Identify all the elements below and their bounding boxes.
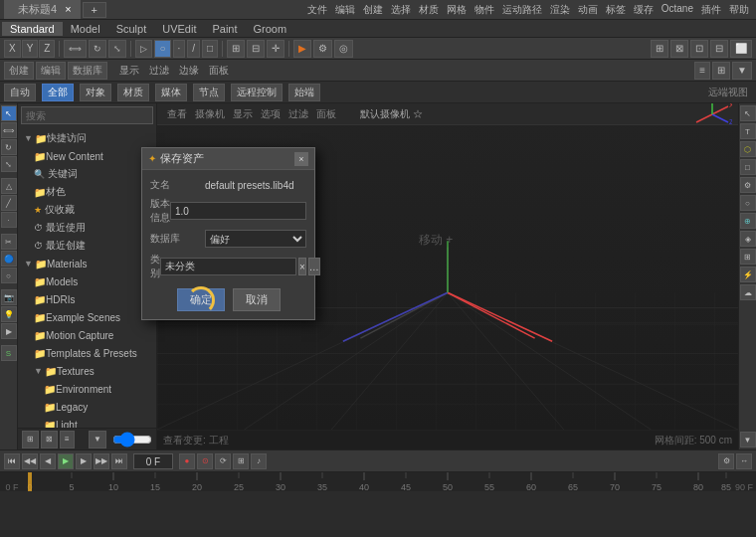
- object-mode[interactable]: ○: [154, 40, 170, 58]
- rp-btn7[interactable]: ⊕: [740, 213, 756, 229]
- panel-icon1[interactable]: ⊞: [22, 431, 39, 448]
- tree-recent-use[interactable]: ⏱ 最近使用: [20, 219, 154, 237]
- menu-item-material[interactable]: 材质: [416, 3, 442, 17]
- tree-environment[interactable]: 📁 Environment: [20, 380, 154, 398]
- tab-groom[interactable]: Groom: [246, 22, 295, 36]
- tb2-icon2[interactable]: ⊞: [712, 62, 730, 80]
- tl-sound[interactable]: ♪: [251, 453, 267, 469]
- lt-light[interactable]: 💡: [1, 306, 17, 322]
- tb2-display[interactable]: 过滤: [145, 63, 173, 79]
- nodes-tab[interactable]: 节点: [193, 84, 225, 101]
- tl-prev[interactable]: ◀: [40, 453, 56, 469]
- modal-category-browse[interactable]: …: [308, 258, 320, 275]
- modal-category-clear[interactable]: ×: [298, 258, 306, 275]
- fullscreen-btn[interactable]: ⬜: [730, 40, 752, 58]
- auto-tab[interactable]: 自动: [4, 84, 36, 101]
- tab-uvedit[interactable]: UVEdit: [154, 22, 204, 36]
- vp-menu-options[interactable]: 选项: [257, 107, 284, 121]
- render-to-po[interactable]: ◎: [334, 40, 353, 58]
- lt-brush[interactable]: ○: [1, 268, 17, 283]
- menu-item-object[interactable]: 物件: [472, 3, 497, 17]
- menu-item-help[interactable]: 帮助: [726, 3, 752, 17]
- menu-item-create[interactable]: 创建: [360, 3, 386, 17]
- lt-knife[interactable]: ✂: [1, 234, 17, 250]
- panel-icon2[interactable]: ⊠: [41, 431, 58, 448]
- zoom-slider[interactable]: [112, 435, 152, 445]
- menu-item-cache[interactable]: 缓存: [631, 3, 657, 17]
- move-tool[interactable]: ⟺: [64, 40, 87, 58]
- rp-btn10[interactable]: ⚡: [740, 267, 756, 282]
- vp-menu-camera[interactable]: 摄像机: [191, 107, 229, 121]
- tb2-create[interactable]: 创建: [4, 62, 34, 80]
- layout-btn3[interactable]: ⊡: [690, 40, 708, 58]
- tb2-view[interactable]: 显示: [115, 63, 143, 79]
- lt-polygon[interactable]: △: [1, 178, 17, 194]
- vp-menu-display[interactable]: 显示: [229, 107, 257, 121]
- tree-textures[interactable]: ▼ 📁 Textures: [20, 362, 154, 380]
- tree-recent-created[interactable]: ⏱ 最近创建: [20, 237, 154, 255]
- tb2-panel[interactable]: 面板: [205, 63, 233, 79]
- tree-materials[interactable]: 📁 材色: [20, 183, 154, 201]
- modal-title-bar[interactable]: ✦ 保存资产 ×: [142, 148, 314, 170]
- tree-new-content[interactable]: 📁 New Content: [20, 147, 154, 165]
- modal-category-input[interactable]: [160, 258, 296, 275]
- lt-magnet[interactable]: 🔵: [1, 251, 17, 267]
- poly-mode[interactable]: □: [202, 40, 218, 58]
- all-tab[interactable]: 全部: [42, 84, 74, 101]
- obj-tab[interactable]: 对象: [80, 84, 111, 101]
- tree-legacy[interactable]: 📁 Legacy: [20, 398, 154, 416]
- snap-btn[interactable]: ⊞: [227, 40, 245, 58]
- timeline-ruler[interactable]: 0 5 10 15 20 25 30 35 40 45 50 55 60 65 …: [0, 471, 756, 491]
- points-mode[interactable]: ·: [173, 40, 186, 58]
- layout-btn4[interactable]: ⊟: [710, 40, 728, 58]
- axis-btn[interactable]: ✛: [267, 40, 284, 58]
- tl-last[interactable]: ⏭: [111, 453, 127, 469]
- vp-menu-panel[interactable]: 面板: [312, 107, 340, 121]
- tl-settings[interactable]: ⚙: [718, 453, 734, 469]
- panel-icon3[interactable]: ≡: [60, 431, 75, 448]
- menu-item-plugin[interactable]: 插件: [698, 3, 724, 17]
- menu-item-motion[interactable]: 运动路径: [499, 3, 545, 17]
- select-tool[interactable]: ▷: [135, 40, 152, 58]
- tl-play[interactable]: ▶: [58, 453, 74, 469]
- lt-render[interactable]: ▶: [1, 323, 17, 339]
- tree-favorites[interactable]: ★ 仅收藏: [20, 201, 154, 219]
- tl-next-key[interactable]: ▶▶: [94, 453, 109, 469]
- start-tab[interactable]: 始端: [288, 84, 320, 101]
- render-btn[interactable]: ▶: [293, 40, 311, 58]
- media-tab[interactable]: 媒体: [155, 84, 187, 101]
- tl-first[interactable]: ⏮: [4, 453, 20, 469]
- rp-btn3[interactable]: ⬡: [740, 141, 756, 157]
- lt-move[interactable]: ⟺: [1, 122, 17, 138]
- tb2-icon1[interactable]: ≡: [694, 62, 710, 80]
- search-input[interactable]: [21, 106, 153, 124]
- tl-view[interactable]: ↔: [736, 453, 752, 469]
- lt-pointer[interactable]: ↖: [1, 105, 17, 121]
- rp-btn5[interactable]: ⚙: [740, 177, 756, 193]
- tab-sculpt[interactable]: Sculpt: [108, 22, 155, 36]
- render-settings[interactable]: ⚙: [313, 40, 332, 58]
- tl-key[interactable]: ⟳: [215, 453, 231, 469]
- lt-rotate[interactable]: ↻: [1, 139, 17, 155]
- modal-close-button[interactable]: ×: [294, 152, 308, 166]
- tab-standard[interactable]: Standard: [2, 22, 63, 36]
- scale-tool[interactable]: ⤡: [108, 40, 126, 58]
- rp-btn8[interactable]: ◈: [740, 231, 756, 247]
- modal-database-select[interactable]: 偏好: [205, 230, 306, 248]
- rp-btn4[interactable]: □: [740, 159, 756, 175]
- tb2-datalib[interactable]: 数据库: [68, 62, 107, 80]
- menu-item-mesh[interactable]: 网格: [444, 3, 470, 17]
- rp-btn6[interactable]: ○: [740, 195, 756, 211]
- layout-btn1[interactable]: ⊞: [651, 40, 668, 58]
- panel-sort[interactable]: ▼: [89, 431, 106, 448]
- window-tab-active[interactable]: 未标题4 ×: [4, 0, 81, 19]
- rotate-tool[interactable]: ↻: [89, 40, 106, 58]
- rp-btn9[interactable]: ⊞: [740, 249, 756, 265]
- tree-templates[interactable]: 📁 Templates & Presets: [20, 344, 154, 362]
- lt-camera[interactable]: 📷: [1, 289, 17, 305]
- rp-btn1[interactable]: ↖: [740, 105, 756, 121]
- tl-prev-key[interactable]: ◀◀: [22, 453, 38, 469]
- lt-scale[interactable]: ⤡: [1, 156, 17, 172]
- tl-record[interactable]: ●: [179, 453, 195, 469]
- rp-btn12[interactable]: ▼: [740, 432, 756, 448]
